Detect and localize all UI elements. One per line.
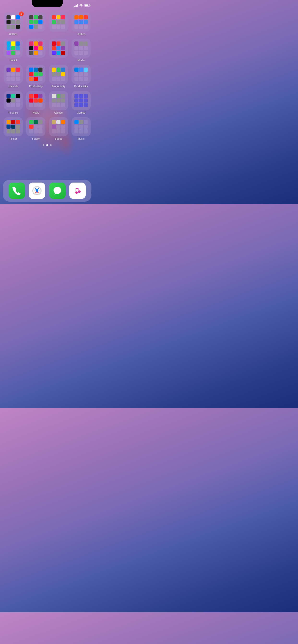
app-row-4: Folder Folder Books xyxy=(3,117,91,140)
app-item-productivity-2[interactable]: Productivity xyxy=(48,65,69,88)
app-label-games-1: Games xyxy=(54,111,63,114)
app-icon-news[interactable] xyxy=(26,91,45,110)
page-dot-1[interactable] xyxy=(46,144,48,146)
app-row-2: Lifestyle Productivity Productivity xyxy=(3,65,91,88)
app-item-books[interactable]: Books xyxy=(48,117,69,140)
app-label-media: Media xyxy=(77,59,85,62)
app-icon-folder-2[interactable] xyxy=(26,12,45,32)
app-item-games-2[interactable]: Games xyxy=(71,91,91,114)
app-label-utilities-2: Utilities xyxy=(77,32,85,36)
app-icon-social[interactable] xyxy=(4,38,23,58)
app-label-social: Social xyxy=(10,59,17,62)
app-item-productivity-1[interactable]: Productivity xyxy=(26,65,46,88)
signal-bar-2 xyxy=(75,6,76,7)
signal-bar-3 xyxy=(76,5,77,7)
svg-point-11 xyxy=(78,190,81,193)
app-label-utilities-1: Utilities xyxy=(9,32,17,36)
app-item-utilities-1[interactable]: 2 Utilities xyxy=(3,12,24,36)
app-item-productivity-3[interactable]: Productivity xyxy=(71,65,91,88)
app-item-folder-2[interactable] xyxy=(26,12,46,36)
app-label-books: Books xyxy=(55,137,62,140)
app-label-folder-food: Folder xyxy=(32,137,40,140)
dock xyxy=(3,180,91,202)
app-icon-productivity-3[interactable] xyxy=(72,65,91,84)
app-icon-books[interactable] xyxy=(49,117,68,136)
app-icon-music[interactable] xyxy=(72,117,91,136)
dock-messages[interactable] xyxy=(49,182,66,199)
dock-safari[interactable] xyxy=(29,182,45,199)
app-item-utilities-2[interactable]: Utilities xyxy=(71,12,91,36)
app-row-1: Social xyxy=(3,38,91,62)
app-label-productivity-2: Productivity xyxy=(52,85,65,88)
app-item-music[interactable]: Music xyxy=(71,117,91,140)
app-icon-finance[interactable] xyxy=(4,91,23,110)
page-dot-2[interactable] xyxy=(50,144,52,146)
signal-bar-4 xyxy=(77,4,78,7)
app-item-media[interactable]: Media xyxy=(71,38,91,62)
dock-music[interactable] xyxy=(69,182,86,199)
svg-rect-1 xyxy=(90,5,90,6)
app-icon-lifestyle[interactable] xyxy=(4,65,23,84)
notch xyxy=(32,0,63,7)
app-item-folder-food[interactable]: Folder xyxy=(26,117,46,140)
svg-rect-13 xyxy=(76,189,76,192)
app-icon-games-1[interactable] xyxy=(49,91,68,110)
app-item-games-1[interactable]: Games xyxy=(48,91,69,114)
app-label-lifestyle: Lifestyle xyxy=(9,85,18,88)
signal-bar-1 xyxy=(74,6,75,7)
page-dots xyxy=(3,144,91,146)
app-label-folder-shop: Folder xyxy=(10,137,17,140)
app-icon-folder-food[interactable] xyxy=(26,117,45,136)
app-item-lifestyle[interactable]: Lifestyle xyxy=(3,65,24,88)
app-item-photo-folder[interactable] xyxy=(26,38,46,62)
app-icon-games-2[interactable] xyxy=(72,91,91,110)
app-row-0: 2 Utilities xyxy=(3,12,91,36)
app-label-productivity-1: Productivity xyxy=(29,85,43,88)
battery-icon xyxy=(84,4,90,7)
status-icons xyxy=(74,4,91,7)
svg-rect-2 xyxy=(85,4,88,6)
wifi-icon xyxy=(79,4,83,7)
app-icon-media[interactable] xyxy=(72,38,91,58)
app-row-3: Finance News Games xyxy=(3,91,91,114)
app-label-finance: Finance xyxy=(9,111,18,114)
app-item-finance[interactable]: Finance xyxy=(3,91,24,114)
app-grid-container: 2 Utilities xyxy=(3,12,91,140)
app-icon-streaming[interactable] xyxy=(49,38,68,58)
app-item-folder-shop[interactable]: Folder xyxy=(3,117,24,140)
app-icon-folder-3[interactable] xyxy=(49,12,68,32)
app-icon-photo-folder[interactable] xyxy=(26,38,45,58)
app-label-music: Music xyxy=(78,137,85,140)
app-label-productivity-3: Productivity xyxy=(74,85,88,88)
badge-utilities-1: 2 xyxy=(19,12,24,16)
app-item-social[interactable]: Social xyxy=(3,38,24,62)
svg-rect-14 xyxy=(76,188,78,189)
app-item-streaming[interactable] xyxy=(48,38,69,62)
app-label-games-2: Games xyxy=(77,111,85,114)
app-icon-productivity-1[interactable] xyxy=(26,65,45,84)
app-item-folder-3[interactable] xyxy=(48,12,69,36)
page-dot-0[interactable] xyxy=(43,144,44,146)
home-screen: 2 Utilities xyxy=(0,10,94,204)
signal-bars xyxy=(74,4,78,7)
app-icon-folder-shop[interactable] xyxy=(4,117,23,136)
app-icon-utilities-2[interactable] xyxy=(72,12,91,32)
app-icon-productivity-2[interactable] xyxy=(49,65,68,84)
dock-phone[interactable] xyxy=(9,182,25,199)
app-item-news[interactable]: News xyxy=(26,91,46,114)
app-label-news: News xyxy=(33,111,39,114)
